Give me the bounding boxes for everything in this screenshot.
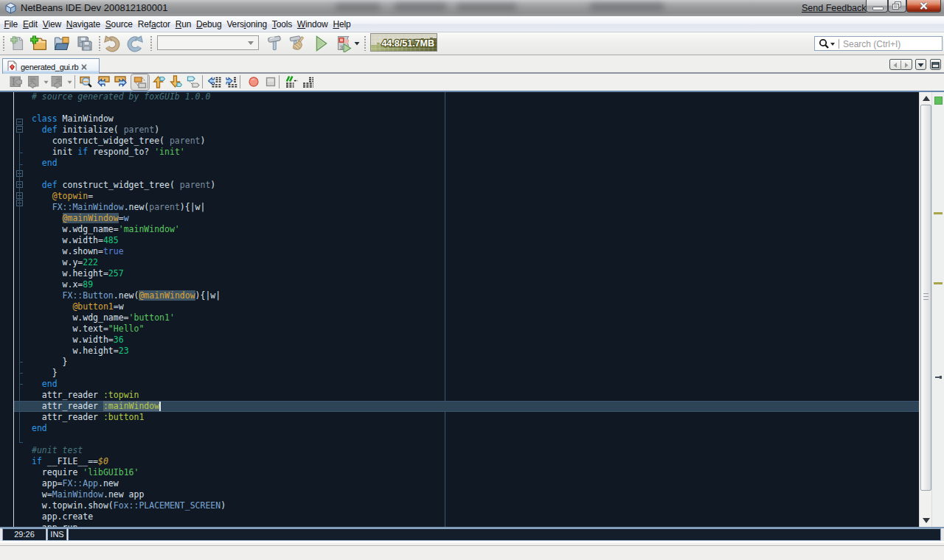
search-divider	[839, 39, 839, 49]
new-project-icon	[30, 35, 47, 52]
code-token: =	[88, 191, 93, 201]
code-token: .new	[98, 478, 119, 489]
find-button[interactable]	[79, 74, 94, 89]
menu-debug[interactable]: Debug	[194, 17, 224, 32]
configuration-combobox[interactable]	[157, 35, 259, 50]
find-next-button[interactable]	[114, 74, 128, 89]
code-token: 23	[119, 346, 129, 356]
fold-collapse-icon[interactable]	[16, 119, 23, 125]
comment-button[interactable]	[284, 74, 299, 89]
code-token: =w	[114, 301, 124, 312]
code-line-20: @button1=w	[32, 301, 124, 312]
menu-edit[interactable]: Edit	[21, 17, 41, 32]
toolbar-grip[interactable]	[2, 35, 6, 51]
caret-position-mark	[935, 377, 941, 378]
code-line-35: require 'libGUIb16'	[32, 467, 139, 478]
close-button[interactable]	[906, 0, 941, 13]
menu-help[interactable]: Help	[330, 17, 353, 32]
next-occurrence-button[interactable]	[168, 74, 183, 89]
code-token: initialize(	[58, 125, 124, 135]
scroll-up-arrow-icon[interactable]	[923, 96, 930, 101]
scrollbar-thumb[interactable]	[920, 105, 931, 491]
status-bar: 29:26 INS	[0, 527, 944, 541]
code-token: .new(	[124, 202, 150, 212]
scroll-tabs-left-button[interactable]	[889, 59, 912, 70]
code-token: Fox::PLACEMENT_SCREEN	[114, 500, 221, 511]
back-dropdown-button[interactable]	[42, 74, 49, 89]
menu-refactor[interactable]: Refactor	[135, 17, 173, 32]
memory-monitor[interactable]: 44.8/51.7MB	[370, 33, 437, 52]
uncomment-button[interactable]	[300, 74, 315, 89]
code-token: }	[32, 368, 58, 378]
tab-close-icon[interactable]	[81, 64, 87, 70]
restore-button[interactable]	[888, 0, 906, 13]
menu-tools[interactable]: Tools	[269, 17, 294, 32]
open-project-icon	[52, 35, 70, 52]
code-token	[32, 290, 63, 301]
code-token	[32, 202, 52, 212]
toggle-bookmark-button[interactable]	[186, 74, 201, 89]
typing-mode-cell[interactable]: INS	[47, 528, 67, 541]
forward-button[interactable]	[49, 74, 64, 89]
search-icon[interactable]	[817, 38, 838, 50]
menu-versioning[interactable]: Versioning	[224, 17, 269, 32]
code-line-26: }	[32, 368, 58, 379]
code-token: if	[32, 456, 42, 466]
debug-dropdown-button[interactable]	[353, 34, 361, 53]
vertical-scrollbar[interactable]	[919, 92, 931, 527]
redo-button[interactable]	[125, 34, 146, 53]
back-button[interactable]	[26, 74, 41, 89]
previous-occurrence-button[interactable]	[151, 74, 166, 89]
undo-button[interactable]	[101, 34, 122, 53]
run-button[interactable]	[310, 34, 331, 53]
find-icon	[80, 75, 93, 88]
uncomment-icon	[301, 75, 314, 88]
code-token: construct_widget_tree(	[32, 136, 170, 146]
no-errors-badge[interactable]	[934, 97, 943, 105]
menu-window[interactable]: Window	[294, 17, 330, 32]
code-token: def	[42, 125, 58, 135]
menu-file[interactable]: File	[1, 17, 21, 32]
scroll-down-arrow-icon[interactable]	[923, 518, 930, 523]
code-line-21: w.wdg_name='button1'	[32, 312, 175, 323]
occurrence-mark[interactable]	[934, 282, 943, 284]
netbeans-logo-icon	[5, 2, 16, 14]
menu-view[interactable]: View	[40, 17, 63, 32]
minimize-button[interactable]	[866, 0, 888, 13]
find-previous-button[interactable]	[96, 74, 111, 89]
menu-navigate[interactable]: Navigate	[63, 17, 103, 32]
debug-button[interactable]	[333, 34, 354, 53]
forward-dropdown-button[interactable]	[66, 74, 73, 89]
code-token: w.y=	[32, 257, 83, 267]
clean-build-icon	[288, 35, 305, 52]
record-macro-button[interactable]	[246, 74, 261, 89]
save-all-button[interactable]	[74, 34, 94, 53]
code-line-30: attr_reader :button1	[32, 412, 144, 423]
stop-macro-button[interactable]	[263, 74, 278, 89]
menu-run[interactable]: Run	[173, 17, 193, 32]
code-line-31: end	[32, 423, 47, 434]
error-stripe[interactable]	[931, 92, 944, 527]
clean-build-button[interactable]	[286, 34, 307, 53]
shift-left-button[interactable]	[207, 74, 222, 89]
maximize-editor-button[interactable]	[930, 59, 941, 70]
code-editor[interactable]: # source generated by foxGUIb 1.0.0class…	[0, 92, 919, 527]
new-project-button[interactable]	[28, 34, 49, 53]
code-token: 'init'	[154, 147, 185, 157]
send-feedback-link[interactable]: Send Feedback	[802, 3, 867, 13]
search-input[interactable]: Search (Ctrl+I)	[814, 36, 943, 51]
build-button[interactable]	[264, 34, 285, 53]
shift-right-button[interactable]	[223, 74, 238, 89]
fold-guide-line	[19, 133, 20, 442]
occurrence-mark[interactable]	[934, 212, 943, 214]
code-token: w=	[32, 489, 52, 500]
last-edit-button[interactable]	[9, 74, 24, 89]
tab-generated-gui-rb[interactable]: generated_gui.rb	[2, 58, 100, 74]
code-line-15: w.shown=true	[32, 246, 124, 257]
tab-list-dropdown-button[interactable]	[915, 59, 926, 70]
fold-collapse-icon[interactable]	[16, 126, 23, 133]
open-project-button[interactable]	[51, 34, 72, 53]
menu-source[interactable]: Source	[103, 17, 135, 32]
new-file-button[interactable]	[7, 34, 27, 53]
code-token: end	[32, 423, 47, 433]
